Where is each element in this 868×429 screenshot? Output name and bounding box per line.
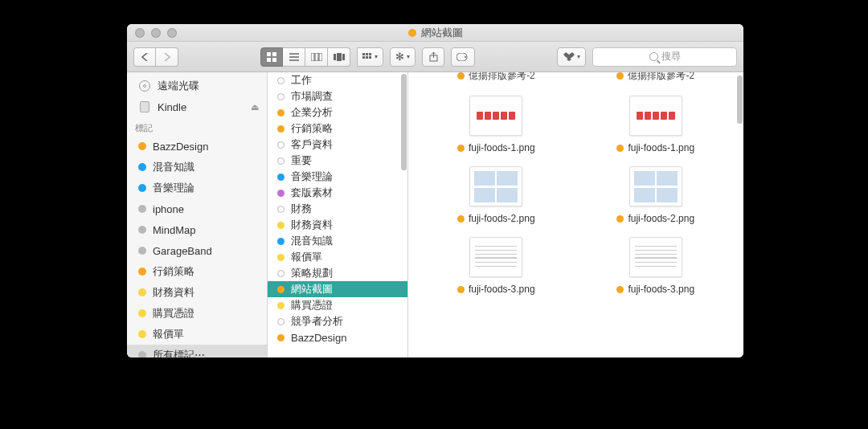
file-item[interactable]: 億揚排版參考-2 <box>576 72 736 88</box>
list-item-label: 市場調查 <box>291 89 333 104</box>
sidebar-tag-item[interactable]: MindMap <box>127 219 267 240</box>
file-item[interactable]: fuji-foods-3.png <box>416 229 576 300</box>
svg-rect-5 <box>315 53 318 61</box>
zoom-button[interactable] <box>167 28 177 38</box>
arrange-button-group: ▾ <box>357 47 383 67</box>
tag-list-item[interactable]: 工作 <box>268 72 407 88</box>
tag-list-item[interactable]: 重要 <box>268 153 407 169</box>
sidebar-tag-item[interactable]: GarageBand <box>127 240 267 261</box>
titlebar[interactable]: 網站截圖 <box>127 24 743 42</box>
sidebar-tag-item[interactable]: 行銷策略 <box>127 261 267 282</box>
tag-dot-icon <box>138 226 146 234</box>
svg-rect-6 <box>319 53 322 61</box>
svg-rect-15 <box>369 56 371 59</box>
coverflow-view-button[interactable] <box>328 47 350 67</box>
file-item[interactable]: fuji-foods-3.png <box>576 229 736 300</box>
finder-window: 網站截圖 <box>127 24 743 358</box>
file-item[interactable]: fuji-foods-2.png <box>416 158 576 229</box>
file-grid[interactable]: 億揚排版參考-2億揚排版參考-2 fuji-foods-1.pngfuji-fo… <box>408 72 743 358</box>
file-thumbnail <box>629 96 682 136</box>
tag-list-item[interactable]: 財務資料 <box>268 217 407 233</box>
file-item[interactable]: 億揚排版參考-2 <box>416 72 576 88</box>
sidebar-tag-item[interactable]: 報價單 <box>127 324 267 345</box>
tag-dot-icon <box>277 270 285 277</box>
eject-icon[interactable]: ⏏ <box>251 102 259 112</box>
list-item-label: 競爭者分析 <box>291 314 343 329</box>
tag-list-item[interactable]: 行銷策略 <box>268 121 407 137</box>
sidebar-tag-item[interactable]: 所有標記⋯ <box>127 345 267 358</box>
close-button[interactable] <box>135 28 145 38</box>
list-item-label: 企業分析 <box>291 105 333 120</box>
tag-list-item[interactable]: 市場調查 <box>268 88 407 104</box>
search-field[interactable]: 搜尋 <box>592 47 737 67</box>
sidebar-tag-item[interactable]: 購買憑證 <box>127 303 267 324</box>
tag-list-item[interactable]: 套版素材 <box>268 185 407 201</box>
icon-view-button[interactable] <box>260 47 283 67</box>
sidebar-tag-item[interactable]: iphone <box>127 198 267 219</box>
tag-list-item[interactable]: 財務 <box>268 201 407 217</box>
tag-list-item[interactable]: 策略規劃 <box>268 265 407 281</box>
dropbox-button[interactable]: ▾ <box>557 47 586 67</box>
sidebar-tag-item[interactable]: 音樂理論 <box>127 178 267 198</box>
sidebar-tag-item[interactable]: 財務資料 <box>127 282 267 303</box>
tag-list-item[interactable]: 報價單 <box>268 249 407 265</box>
tag-list-item[interactable]: 音樂理論 <box>268 169 407 185</box>
tag-list-column[interactable]: 工作 市場調查 企業分析 行銷策略 客戶資料 重要 音樂理論 套版素材 財務 財… <box>268 72 408 358</box>
svg-rect-2 <box>267 58 271 62</box>
svg-rect-10 <box>362 53 365 55</box>
tags-button[interactable] <box>451 47 475 67</box>
share-button[interactable] <box>422 47 444 67</box>
action-button[interactable]: ✻▾ <box>390 47 416 67</box>
tag-list-item[interactable]: BazzDesign <box>268 329 407 345</box>
sidebar-item-label: 報價單 <box>153 327 184 341</box>
list-item-label: BazzDesign <box>291 332 346 344</box>
scrollbar[interactable] <box>737 76 743 124</box>
list-item-label: 行銷策略 <box>291 121 333 136</box>
file-item[interactable]: fuji-foods-1.png <box>416 88 576 158</box>
tag-list-item[interactable]: 購買憑證 <box>268 297 407 313</box>
forward-button[interactable] <box>156 47 178 67</box>
minimize-button[interactable] <box>151 28 161 38</box>
tag-list-item[interactable]: 企業分析 <box>268 104 407 121</box>
sidebar-device-remote-disc[interactable]: 遠端光碟 <box>127 76 267 96</box>
tag-dot-icon <box>277 77 285 84</box>
tag-dot-icon <box>457 215 465 223</box>
window-title: 網站截圖 <box>127 26 743 40</box>
list-item-label: 音樂理論 <box>291 170 333 184</box>
list-item-label: 套版素材 <box>291 186 333 200</box>
sidebar-device-kindle[interactable]: Kindle ⏏ <box>127 96 267 117</box>
list-view-button[interactable] <box>283 47 305 67</box>
svg-rect-13 <box>362 56 365 59</box>
sidebar-item-label: 音樂理論 <box>153 181 194 195</box>
disc-icon <box>138 80 151 92</box>
sidebar-tag-item[interactable]: 混音知識 <box>127 157 267 178</box>
arrange-button[interactable]: ▾ <box>357 47 383 67</box>
tag-list-item[interactable]: 競爭者分析 <box>268 313 407 329</box>
sidebar-item-label: iphone <box>153 203 184 215</box>
list-item-label: 策略規劃 <box>291 266 333 280</box>
column-view-button[interactable] <box>305 47 328 67</box>
file-thumbnail <box>469 237 522 277</box>
sidebar-item-label: 財務資料 <box>153 285 194 300</box>
tag-list-item[interactable]: 網站截圖 <box>268 281 407 297</box>
list-item-label: 客戶資料 <box>291 137 333 152</box>
scrollbar[interactable] <box>401 74 407 170</box>
sidebar[interactable]: 遠端光碟 Kindle ⏏ 標記 BazzDesign 混音知識 音樂理論 ip… <box>127 72 268 358</box>
tag-dot-icon <box>138 268 146 276</box>
file-thumbnail <box>469 96 522 136</box>
tag-dot-icon <box>616 145 624 152</box>
tag-dot-icon <box>277 190 285 197</box>
file-name: 億揚排版參考-2 <box>469 72 535 83</box>
svg-rect-4 <box>311 53 314 61</box>
file-item[interactable]: fuji-foods-1.png <box>576 88 736 158</box>
tag-dot-icon <box>138 309 146 317</box>
tag-list-item[interactable]: 客戶資料 <box>268 137 407 153</box>
svg-rect-12 <box>369 53 371 55</box>
tag-list-item[interactable]: 混音知識 <box>268 233 407 249</box>
back-button[interactable] <box>133 47 156 67</box>
tag-dot-icon <box>138 330 146 338</box>
sidebar-tag-item[interactable]: BazzDesign <box>127 136 267 157</box>
file-name: fuji-foods-3.png <box>469 284 535 295</box>
file-item[interactable]: fuji-foods-2.png <box>576 158 736 229</box>
tag-dot-icon <box>616 286 624 293</box>
